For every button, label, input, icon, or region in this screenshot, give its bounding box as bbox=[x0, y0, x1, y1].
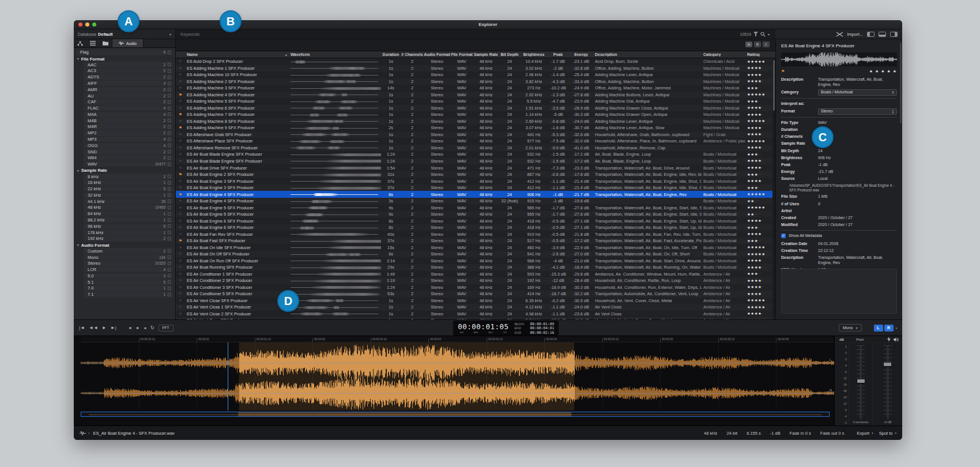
rating-stars[interactable]: ★★★★· bbox=[745, 79, 774, 84]
group-button-b[interactable]: B bbox=[754, 42, 761, 47]
column-header-waveform[interactable]: Waveform bbox=[289, 52, 381, 57]
column-header-name[interactable]: Name▴ bbox=[185, 52, 289, 57]
column-header-category[interactable]: Category bbox=[702, 52, 745, 57]
sitemap-icon[interactable] bbox=[74, 39, 86, 47]
sidebar-section-sample-rate[interactable]: ▾Sample Rate bbox=[76, 168, 173, 174]
sidebar-item-au[interactable]: AU2 bbox=[84, 93, 173, 99]
rating-stars[interactable]: ★★★★· bbox=[745, 112, 774, 117]
sidebar-item-ogg[interactable]: OGG4 bbox=[84, 143, 173, 149]
flag-icon[interactable]: ⚑ bbox=[179, 146, 182, 150]
sidebar-item-16-khz[interactable]: 16 kHz1 bbox=[84, 180, 173, 186]
column-header-peak[interactable]: Peak bbox=[547, 52, 569, 57]
table-row[interactable]: ⚑ES Acid Drop 2 SFX Producer1s2StereoWAV… bbox=[176, 58, 775, 65]
zoom-button[interactable] bbox=[92, 22, 96, 27]
next-button[interactable]: ► bbox=[136, 326, 140, 330]
layout-left-pane-icon[interactable] bbox=[867, 32, 875, 37]
flag-icon[interactable]: ⚑ bbox=[179, 259, 182, 263]
flag-icon[interactable]: ⚑ bbox=[179, 305, 182, 309]
rating-stars[interactable]: ★★★★· bbox=[745, 132, 774, 137]
overview-selection[interactable] bbox=[238, 412, 571, 416]
go-end-button[interactable]: ►| bbox=[111, 326, 116, 330]
sidebar-item-lcr[interactable]: LCR4 bbox=[84, 267, 173, 273]
table-row[interactable]: ⚑ES Adding Machine 10 SFX Producer1s2Ste… bbox=[176, 71, 775, 78]
table-row[interactable]: ⚑ES Air Vent Close 2 SFX Producer1s2Ster… bbox=[176, 311, 775, 318]
table-row[interactable]: ⚑ES Air Boat Engine 5 SFX Producer9s2Ste… bbox=[176, 211, 775, 218]
rating-stars[interactable]: ★★★★· bbox=[745, 232, 774, 236]
rating-stars[interactable]: ★★★·· bbox=[745, 272, 774, 276]
sidebar-item-snd[interactable]: SND2 bbox=[84, 149, 173, 155]
table-row[interactable]: ⚑ES Air Conditioner 1 SFX Producer1:492S… bbox=[176, 271, 775, 278]
flag-icon[interactable]: ⚑ bbox=[179, 246, 182, 250]
flag-icon[interactable]: ⚑ bbox=[179, 312, 182, 316]
rating-stars[interactable]: ★★★★· bbox=[745, 292, 774, 296]
column-header-description[interactable]: Description bbox=[593, 52, 702, 57]
export-button[interactable]: Export▾ bbox=[857, 431, 873, 436]
table-row[interactable]: ⚑ES Adding Machine 2 SFX Producer1s2Ster… bbox=[176, 78, 775, 85]
column-header-file-format[interactable]: File Format bbox=[450, 52, 473, 57]
flag-icon[interactable]: ⚑ bbox=[179, 119, 182, 123]
sidebar-item-44-1-khz[interactable]: 44.1 kHz35 bbox=[84, 198, 173, 204]
sidebar-item-aiff[interactable]: AIFF4 bbox=[84, 81, 173, 86]
rating-stars[interactable]: ★★★·· bbox=[745, 225, 774, 230]
sidebar-item-m4b[interactable]: M4B2 bbox=[84, 118, 173, 123]
rating-stars[interactable]: ★★★·· bbox=[745, 99, 774, 104]
pitch-fader[interactable]: 0 semitones bbox=[849, 343, 873, 425]
rating-stars[interactable]: ★★★★· bbox=[745, 311, 774, 316]
rating-stars[interactable]: ★★★·· bbox=[745, 186, 774, 190]
flag-icon[interactable]: ⚑ bbox=[179, 152, 182, 156]
flag-icon[interactable]: ⚑ bbox=[179, 66, 182, 70]
format-dropdown[interactable]: Stereo ▲▼ bbox=[818, 108, 897, 115]
volume-fader[interactable]: +0 dB bbox=[872, 343, 902, 425]
table-row[interactable]: ⚑ES Air Boat Engine 6 SFX Producer8s2Ste… bbox=[176, 224, 775, 231]
sidebar-item-7-0[interactable]: 7.01 bbox=[84, 285, 173, 291]
group-button-c[interactable]: C bbox=[763, 42, 770, 47]
rating-stars[interactable]: ★★★★★ bbox=[745, 252, 774, 257]
chevron-down-icon[interactable]: ▾ bbox=[896, 326, 898, 330]
fft-button[interactable]: FFT bbox=[159, 325, 174, 332]
rating-stars[interactable]: ★★★·· bbox=[745, 172, 774, 177]
play-button[interactable]: ► bbox=[102, 326, 107, 330]
rating-stars[interactable]: ★★★★★ bbox=[745, 92, 774, 97]
column-header-energy[interactable]: Energy bbox=[569, 52, 593, 57]
inspector-scrollbar[interactable] bbox=[900, 43, 902, 123]
rating-stars[interactable]: ★★··· bbox=[745, 199, 774, 204]
table-row[interactable]: ⚑ES Air Boat Running SFX Producer29s2Ste… bbox=[176, 264, 775, 271]
rating-stars[interactable]: ★★★★· bbox=[745, 285, 774, 289]
sidebar-section-file-format[interactable]: ▾File Format bbox=[76, 56, 173, 62]
sidebar-item-flag[interactable]: Flag6 bbox=[76, 50, 173, 55]
loop-button[interactable]: ↻ bbox=[150, 326, 154, 330]
sidebar-item-5-0[interactable]: 5.03 bbox=[84, 273, 173, 279]
sidebar-item-96-khz[interactable]: 96 kHz5 bbox=[84, 224, 173, 229]
flag-icon[interactable]: ⚑ bbox=[179, 206, 182, 210]
notes-panel[interactable] bbox=[781, 269, 897, 314]
flag-icon[interactable]: ⚑ bbox=[179, 172, 182, 176]
sidebar-section-audio-format[interactable]: ▾Audio Format bbox=[76, 242, 173, 248]
group-button-a[interactable]: A bbox=[745, 42, 752, 47]
flag-icon[interactable]: ⚑ bbox=[179, 232, 182, 236]
flag-icon[interactable]: ⚑ bbox=[179, 193, 182, 197]
sidebar-item-ac3[interactable]: AC32 bbox=[84, 68, 173, 74]
waveform-canvas[interactable] bbox=[81, 342, 834, 410]
search-options-chevron-icon[interactable]: ▾ bbox=[768, 32, 770, 36]
flag-icon[interactable]: ⚑ bbox=[179, 265, 182, 269]
table-row[interactable]: ⚑ES Air Boat Blade Engine SFX Producer1:… bbox=[176, 158, 775, 165]
table-row[interactable]: ⚑ES Adding Machine 3 SFX Producer14s2Ste… bbox=[176, 85, 775, 92]
flag-icon[interactable]: ⚑ bbox=[179, 252, 182, 256]
rating-stars[interactable]: ★★★★· bbox=[745, 145, 774, 150]
overview-scrollbar[interactable] bbox=[81, 412, 830, 417]
flag-icon[interactable]: ⚑ bbox=[179, 219, 182, 223]
table-row[interactable]: ⚑ES Air Boat Engine 5 SFX Producer9s2Ste… bbox=[176, 204, 775, 211]
keywords-search-input[interactable]: Keywords 10519 ▾ bbox=[176, 29, 774, 39]
close-button[interactable] bbox=[78, 22, 82, 27]
table-row[interactable]: ⚑ES Aftershave Place SFX Producer1s2Ster… bbox=[176, 138, 775, 145]
bolt-icon[interactable] bbox=[887, 337, 891, 342]
flag-icon[interactable]: ⚑ bbox=[179, 239, 182, 243]
go-start-button[interactable]: |◄ bbox=[79, 326, 85, 330]
flag-icon[interactable]: ⚑ bbox=[179, 199, 182, 203]
sidebar-item-64-khz[interactable]: 64 kHz1 bbox=[84, 211, 173, 217]
flag-icon[interactable]: ⚑ bbox=[179, 112, 182, 116]
sidebar-item-8-khz[interactable]: 8 kHz2 bbox=[84, 174, 173, 179]
sidebar-item-mono[interactable]: Mono134 bbox=[84, 254, 173, 260]
sidebar-item-5-1[interactable]: 5.15 bbox=[84, 279, 173, 285]
flag-icon[interactable]: ⚑ bbox=[179, 212, 182, 216]
